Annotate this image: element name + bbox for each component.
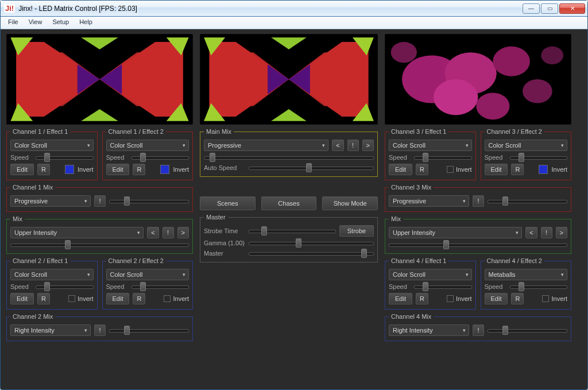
speed-slider[interactable] bbox=[36, 153, 94, 161]
reset-button[interactable]: R bbox=[37, 293, 50, 304]
effect-select[interactable]: Color Scroll bbox=[106, 140, 189, 151]
effect-select[interactable]: Color Scroll bbox=[10, 140, 94, 151]
minimize-button[interactable]: — bbox=[523, 3, 540, 14]
speed-slider[interactable] bbox=[510, 283, 568, 291]
invert-label: Invert bbox=[551, 166, 567, 173]
menu-file[interactable]: File bbox=[3, 17, 24, 29]
group-ch1-mix: Channel 1 Mix Progressive ! bbox=[6, 184, 193, 212]
mix-select[interactable]: Progressive bbox=[10, 195, 91, 207]
master-label: Master bbox=[204, 250, 245, 257]
group-ch1-eff1: Channel 1 / Effect 1 Color Scroll Speed … bbox=[6, 128, 98, 180]
speed-slider[interactable] bbox=[36, 283, 94, 291]
invert-label: Invert bbox=[78, 166, 94, 173]
effect-select[interactable]: Color Scroll bbox=[389, 269, 472, 280]
effect-select[interactable]: Color Scroll bbox=[389, 140, 472, 151]
invert-checkbox[interactable] bbox=[68, 295, 75, 302]
speed-slider[interactable] bbox=[131, 283, 189, 291]
main-mix-slider[interactable] bbox=[204, 153, 374, 161]
info-button[interactable]: ! bbox=[94, 325, 106, 336]
edit-button[interactable]: Edit bbox=[389, 293, 412, 304]
client-area: Channel 1 / Effect 1 Color Scroll Speed … bbox=[1, 29, 587, 389]
mix-select[interactable]: Right Intensity bbox=[389, 325, 469, 336]
legend: Channel 3 / Effect 2 bbox=[485, 128, 544, 135]
prev-button[interactable]: < bbox=[332, 140, 343, 151]
reset-button[interactable]: R bbox=[511, 164, 524, 175]
maximize-button[interactable]: ▭ bbox=[541, 3, 558, 14]
strobe-time-slider[interactable] bbox=[249, 227, 336, 235]
menu-setup[interactable]: Setup bbox=[47, 17, 74, 29]
reset-button[interactable]: R bbox=[416, 293, 428, 304]
mix-slider[interactable] bbox=[389, 241, 567, 249]
edit-button[interactable]: Edit bbox=[106, 293, 130, 304]
invert-checkbox[interactable] bbox=[447, 295, 454, 302]
effect-select[interactable]: Metaballs bbox=[485, 269, 568, 280]
close-button[interactable]: ✕ bbox=[559, 3, 585, 14]
invert-label: Invert bbox=[551, 295, 567, 302]
group-ch3-eff2: Channel 3 / Effect 2 Color Scroll Speed … bbox=[481, 128, 572, 180]
edit-button[interactable]: Edit bbox=[389, 164, 412, 175]
prev-button[interactable]: < bbox=[147, 227, 158, 238]
menu-view[interactable]: View bbox=[24, 17, 48, 29]
color-swatch[interactable] bbox=[65, 165, 74, 174]
main-mix-select[interactable]: Progressive bbox=[204, 140, 328, 151]
info-button[interactable]: ! bbox=[473, 195, 484, 207]
invert-checkbox[interactable] bbox=[447, 166, 454, 173]
legend: Mix bbox=[10, 215, 25, 222]
mix-slider[interactable] bbox=[488, 197, 567, 205]
speed-slider[interactable] bbox=[510, 153, 568, 161]
mix-mode-select[interactable]: Upper Intensity bbox=[389, 227, 522, 238]
info-button[interactable]: ! bbox=[541, 227, 552, 238]
edit-button[interactable]: Edit bbox=[485, 293, 508, 304]
speed-label: Speed bbox=[106, 154, 128, 161]
gamma-slider[interactable] bbox=[249, 239, 374, 247]
color-swatch[interactable] bbox=[160, 165, 169, 174]
next-button[interactable]: > bbox=[177, 227, 189, 238]
edit-button[interactable]: Edit bbox=[10, 164, 34, 175]
mix-slider[interactable] bbox=[488, 326, 567, 334]
info-button[interactable]: ! bbox=[163, 227, 174, 238]
invert-label: Invert bbox=[173, 295, 189, 302]
info-button[interactable]: ! bbox=[473, 325, 484, 336]
strobe-button[interactable]: Strobe bbox=[339, 225, 374, 237]
effect-select[interactable]: Color Scroll bbox=[485, 140, 568, 151]
edit-button[interactable]: Edit bbox=[106, 164, 130, 175]
color-swatch[interactable] bbox=[539, 165, 548, 174]
speed-slider[interactable] bbox=[414, 153, 472, 161]
mix-select[interactable]: Right Intensity bbox=[10, 325, 91, 336]
mix-slider[interactable] bbox=[109, 326, 189, 334]
reset-button[interactable]: R bbox=[133, 164, 145, 175]
edit-button[interactable]: Edit bbox=[485, 164, 508, 175]
titlebar[interactable]: Ji! Jinx! - LED Matrix Control [FPS: 25.… bbox=[1, 1, 587, 17]
legend: Main Mix bbox=[204, 128, 234, 135]
info-button[interactable]: ! bbox=[347, 140, 359, 151]
chases-button[interactable]: Chases bbox=[261, 196, 317, 210]
show-mode-button[interactable]: Show Mode bbox=[322, 196, 378, 210]
mix-slider[interactable] bbox=[109, 197, 189, 205]
master-slider[interactable] bbox=[249, 249, 374, 257]
invert-checkbox[interactable] bbox=[164, 295, 171, 302]
legend: Master bbox=[204, 214, 228, 221]
reset-button[interactable]: R bbox=[511, 293, 524, 304]
edit-button[interactable]: Edit bbox=[10, 293, 34, 304]
info-button[interactable]: ! bbox=[94, 195, 106, 207]
mix-select[interactable]: Progressive bbox=[389, 195, 469, 207]
mix-mode-select[interactable]: Upper Intensity bbox=[10, 227, 144, 238]
prev-button[interactable]: < bbox=[525, 227, 537, 238]
scenes-button[interactable]: Scenes bbox=[200, 196, 256, 210]
auto-speed-slider[interactable] bbox=[249, 164, 374, 172]
mix-slider[interactable] bbox=[10, 241, 189, 249]
effect-select[interactable]: Color Scroll bbox=[10, 269, 94, 280]
group-master: Master Strobe Time Strobe Gamma (1.00) M… bbox=[200, 214, 378, 262]
reset-button[interactable]: R bbox=[416, 164, 428, 175]
effect-select[interactable]: Color Scroll bbox=[106, 269, 189, 280]
legend: Channel 2 / Effect 1 bbox=[10, 257, 70, 264]
invert-checkbox[interactable] bbox=[542, 295, 549, 302]
preview-left bbox=[6, 34, 193, 125]
speed-slider[interactable] bbox=[131, 153, 189, 161]
next-button[interactable]: > bbox=[362, 140, 374, 151]
menu-help[interactable]: Help bbox=[74, 17, 98, 29]
reset-button[interactable]: R bbox=[37, 164, 50, 175]
next-button[interactable]: > bbox=[556, 227, 567, 238]
speed-slider[interactable] bbox=[414, 283, 472, 291]
reset-button[interactable]: R bbox=[133, 293, 145, 304]
